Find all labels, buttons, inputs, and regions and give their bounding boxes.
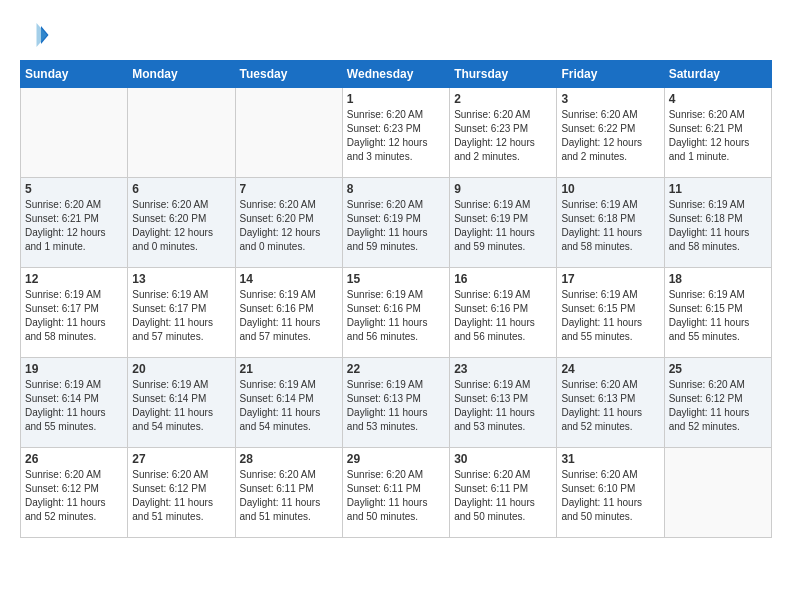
day-info: Sunrise: 6:19 AM Sunset: 6:15 PM Dayligh… <box>561 288 659 344</box>
calendar-cell: 10Sunrise: 6:19 AM Sunset: 6:18 PM Dayli… <box>557 178 664 268</box>
day-info: Sunrise: 6:20 AM Sunset: 6:20 PM Dayligh… <box>132 198 230 254</box>
day-info: Sunrise: 6:19 AM Sunset: 6:16 PM Dayligh… <box>240 288 338 344</box>
day-info: Sunrise: 6:20 AM Sunset: 6:12 PM Dayligh… <box>132 468 230 524</box>
calendar-cell: 6Sunrise: 6:20 AM Sunset: 6:20 PM Daylig… <box>128 178 235 268</box>
day-number: 17 <box>561 272 659 286</box>
day-info: Sunrise: 6:19 AM Sunset: 6:14 PM Dayligh… <box>240 378 338 434</box>
day-number: 21 <box>240 362 338 376</box>
calendar-cell: 15Sunrise: 6:19 AM Sunset: 6:16 PM Dayli… <box>342 268 449 358</box>
calendar-table: SundayMondayTuesdayWednesdayThursdayFrid… <box>20 60 772 538</box>
calendar-cell: 1Sunrise: 6:20 AM Sunset: 6:23 PM Daylig… <box>342 88 449 178</box>
day-number: 26 <box>25 452 123 466</box>
day-number: 23 <box>454 362 552 376</box>
calendar-cell: 14Sunrise: 6:19 AM Sunset: 6:16 PM Dayli… <box>235 268 342 358</box>
day-info: Sunrise: 6:19 AM Sunset: 6:18 PM Dayligh… <box>669 198 767 254</box>
calendar-week-3: 12Sunrise: 6:19 AM Sunset: 6:17 PM Dayli… <box>21 268 772 358</box>
weekday-header-saturday: Saturday <box>664 61 771 88</box>
calendar-cell: 27Sunrise: 6:20 AM Sunset: 6:12 PM Dayli… <box>128 448 235 538</box>
day-number: 28 <box>240 452 338 466</box>
day-info: Sunrise: 6:20 AM Sunset: 6:22 PM Dayligh… <box>561 108 659 164</box>
day-number: 1 <box>347 92 445 106</box>
weekday-header-tuesday: Tuesday <box>235 61 342 88</box>
day-number: 12 <box>25 272 123 286</box>
day-info: Sunrise: 6:19 AM Sunset: 6:16 PM Dayligh… <box>347 288 445 344</box>
day-info: Sunrise: 6:19 AM Sunset: 6:17 PM Dayligh… <box>132 288 230 344</box>
calendar-cell: 4Sunrise: 6:20 AM Sunset: 6:21 PM Daylig… <box>664 88 771 178</box>
calendar-cell <box>235 88 342 178</box>
day-info: Sunrise: 6:20 AM Sunset: 6:21 PM Dayligh… <box>25 198 123 254</box>
page-header <box>20 20 772 50</box>
calendar-cell: 23Sunrise: 6:19 AM Sunset: 6:13 PM Dayli… <box>450 358 557 448</box>
calendar-cell: 17Sunrise: 6:19 AM Sunset: 6:15 PM Dayli… <box>557 268 664 358</box>
calendar-cell: 26Sunrise: 6:20 AM Sunset: 6:12 PM Dayli… <box>21 448 128 538</box>
day-info: Sunrise: 6:20 AM Sunset: 6:19 PM Dayligh… <box>347 198 445 254</box>
calendar-cell: 12Sunrise: 6:19 AM Sunset: 6:17 PM Dayli… <box>21 268 128 358</box>
day-number: 2 <box>454 92 552 106</box>
calendar-cell: 5Sunrise: 6:20 AM Sunset: 6:21 PM Daylig… <box>21 178 128 268</box>
calendar-cell: 11Sunrise: 6:19 AM Sunset: 6:18 PM Dayli… <box>664 178 771 268</box>
calendar-cell: 8Sunrise: 6:20 AM Sunset: 6:19 PM Daylig… <box>342 178 449 268</box>
day-info: Sunrise: 6:19 AM Sunset: 6:13 PM Dayligh… <box>347 378 445 434</box>
calendar-cell: 7Sunrise: 6:20 AM Sunset: 6:20 PM Daylig… <box>235 178 342 268</box>
calendar-cell: 21Sunrise: 6:19 AM Sunset: 6:14 PM Dayli… <box>235 358 342 448</box>
day-number: 7 <box>240 182 338 196</box>
day-number: 31 <box>561 452 659 466</box>
logo-icon <box>20 20 50 50</box>
day-number: 3 <box>561 92 659 106</box>
day-number: 10 <box>561 182 659 196</box>
day-info: Sunrise: 6:20 AM Sunset: 6:10 PM Dayligh… <box>561 468 659 524</box>
calendar-week-1: 1Sunrise: 6:20 AM Sunset: 6:23 PM Daylig… <box>21 88 772 178</box>
day-number: 5 <box>25 182 123 196</box>
day-number: 9 <box>454 182 552 196</box>
day-number: 4 <box>669 92 767 106</box>
calendar-cell: 2Sunrise: 6:20 AM Sunset: 6:23 PM Daylig… <box>450 88 557 178</box>
calendar-cell: 25Sunrise: 6:20 AM Sunset: 6:12 PM Dayli… <box>664 358 771 448</box>
weekday-header-wednesday: Wednesday <box>342 61 449 88</box>
day-info: Sunrise: 6:20 AM Sunset: 6:11 PM Dayligh… <box>454 468 552 524</box>
calendar-week-4: 19Sunrise: 6:19 AM Sunset: 6:14 PM Dayli… <box>21 358 772 448</box>
svg-marker-1 <box>37 23 48 47</box>
calendar-week-5: 26Sunrise: 6:20 AM Sunset: 6:12 PM Dayli… <box>21 448 772 538</box>
day-info: Sunrise: 6:20 AM Sunset: 6:12 PM Dayligh… <box>669 378 767 434</box>
day-number: 15 <box>347 272 445 286</box>
day-number: 6 <box>132 182 230 196</box>
day-info: Sunrise: 6:19 AM Sunset: 6:17 PM Dayligh… <box>25 288 123 344</box>
calendar-cell: 16Sunrise: 6:19 AM Sunset: 6:16 PM Dayli… <box>450 268 557 358</box>
day-number: 27 <box>132 452 230 466</box>
day-number: 20 <box>132 362 230 376</box>
day-info: Sunrise: 6:20 AM Sunset: 6:11 PM Dayligh… <box>347 468 445 524</box>
calendar-cell: 19Sunrise: 6:19 AM Sunset: 6:14 PM Dayli… <box>21 358 128 448</box>
day-info: Sunrise: 6:20 AM Sunset: 6:23 PM Dayligh… <box>347 108 445 164</box>
weekday-header-sunday: Sunday <box>21 61 128 88</box>
day-info: Sunrise: 6:19 AM Sunset: 6:18 PM Dayligh… <box>561 198 659 254</box>
day-number: 14 <box>240 272 338 286</box>
day-number: 16 <box>454 272 552 286</box>
day-info: Sunrise: 6:20 AM Sunset: 6:20 PM Dayligh… <box>240 198 338 254</box>
calendar-cell: 9Sunrise: 6:19 AM Sunset: 6:19 PM Daylig… <box>450 178 557 268</box>
calendar-cell: 30Sunrise: 6:20 AM Sunset: 6:11 PM Dayli… <box>450 448 557 538</box>
calendar-cell: 22Sunrise: 6:19 AM Sunset: 6:13 PM Dayli… <box>342 358 449 448</box>
day-info: Sunrise: 6:19 AM Sunset: 6:15 PM Dayligh… <box>669 288 767 344</box>
calendar-cell <box>664 448 771 538</box>
calendar-week-2: 5Sunrise: 6:20 AM Sunset: 6:21 PM Daylig… <box>21 178 772 268</box>
day-info: Sunrise: 6:20 AM Sunset: 6:11 PM Dayligh… <box>240 468 338 524</box>
calendar-cell: 18Sunrise: 6:19 AM Sunset: 6:15 PM Dayli… <box>664 268 771 358</box>
day-info: Sunrise: 6:19 AM Sunset: 6:14 PM Dayligh… <box>25 378 123 434</box>
day-info: Sunrise: 6:20 AM Sunset: 6:23 PM Dayligh… <box>454 108 552 164</box>
day-number: 30 <box>454 452 552 466</box>
weekday-header-monday: Monday <box>128 61 235 88</box>
day-number: 22 <box>347 362 445 376</box>
day-number: 13 <box>132 272 230 286</box>
calendar-cell: 24Sunrise: 6:20 AM Sunset: 6:13 PM Dayli… <box>557 358 664 448</box>
day-info: Sunrise: 6:19 AM Sunset: 6:16 PM Dayligh… <box>454 288 552 344</box>
day-info: Sunrise: 6:19 AM Sunset: 6:19 PM Dayligh… <box>454 198 552 254</box>
day-number: 8 <box>347 182 445 196</box>
day-info: Sunrise: 6:19 AM Sunset: 6:14 PM Dayligh… <box>132 378 230 434</box>
day-number: 11 <box>669 182 767 196</box>
day-info: Sunrise: 6:19 AM Sunset: 6:13 PM Dayligh… <box>454 378 552 434</box>
day-number: 18 <box>669 272 767 286</box>
day-number: 24 <box>561 362 659 376</box>
calendar-cell: 31Sunrise: 6:20 AM Sunset: 6:10 PM Dayli… <box>557 448 664 538</box>
calendar-cell: 20Sunrise: 6:19 AM Sunset: 6:14 PM Dayli… <box>128 358 235 448</box>
day-info: Sunrise: 6:20 AM Sunset: 6:12 PM Dayligh… <box>25 468 123 524</box>
